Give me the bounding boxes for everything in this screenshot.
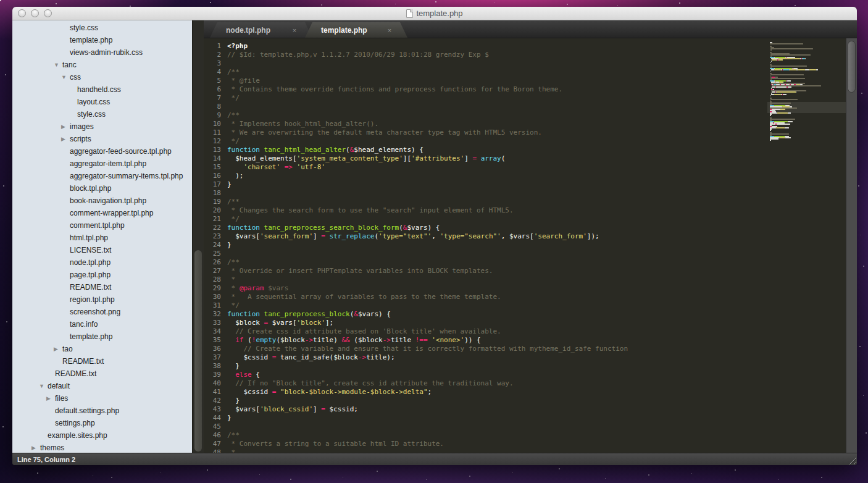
sidebar-file-readme-txt[interactable]: README.txt <box>12 355 192 368</box>
code-line-text: $head_elements['system_meta_content_type… <box>221 154 505 162</box>
code-line-text: * <box>221 275 235 284</box>
sidebar-file-readme-txt[interactable]: README.txt <box>12 281 192 293</box>
editor-scrollbar-track[interactable] <box>846 38 857 453</box>
sidebar-folder-scripts[interactable]: ▶scripts <box>12 133 192 145</box>
sidebar-file-license-txt[interactable]: LICENSE.txt <box>12 244 192 256</box>
disclosure-triangle-collapsed-icon[interactable]: ▶ <box>61 136 70 142</box>
sidebar-file-handheld-css[interactable]: handheld.css <box>12 83 192 96</box>
code-line-text: * <box>221 448 235 453</box>
sidebar-file-node-tpl-php[interactable]: node.tpl.php <box>12 256 192 269</box>
code-line-18: 18 <box>204 189 846 198</box>
tree-item-label: layout.css <box>77 98 110 106</box>
tree-item-label: tao <box>62 345 73 353</box>
sidebar-file-tanc-info[interactable]: tanc.info <box>12 318 192 330</box>
sidebar-file-layout-css[interactable]: layout.css <box>12 96 192 108</box>
sidebar-file-views-admin-rubik-css[interactable]: views-admin-rubik.css <box>12 46 192 59</box>
sidebar-file-default-settings-php[interactable]: default.settings.php <box>12 405 192 417</box>
sidebar-file-style-css[interactable]: style.css <box>12 108 192 120</box>
tree-item-label: README.txt <box>70 283 111 292</box>
tab-node-tpl-php[interactable]: node.tpl.php× <box>210 22 312 38</box>
sidebar-file-settings-php[interactable]: settings.php <box>12 417 192 429</box>
window-titlebar[interactable]: template.php <box>12 7 857 20</box>
sidebar-file-book-navigation-tpl-php[interactable]: book-navigation.tpl.php <box>12 195 192 207</box>
sidebar-folder-tao[interactable]: ▶tao <box>12 343 192 355</box>
sidebar-file-style-css[interactable]: style.css <box>12 22 192 34</box>
code-line-42: 42 } <box>204 397 846 405</box>
sidebar-folder-images[interactable]: ▶images <box>12 120 192 133</box>
tab-close-icon[interactable]: × <box>288 27 301 34</box>
sidebar-file-screenshot-png[interactable]: screenshot.png <box>12 306 192 318</box>
file-tree-sidebar: style.csstemplate.phpviews-admin-rubik.c… <box>12 20 192 453</box>
code-line-32: 32function tanc_preprocess_block(&$vars)… <box>204 310 846 319</box>
cursor-position-label: Line 75, Column 2 <box>17 456 75 463</box>
disclosure-triangle-collapsed-icon[interactable]: ▶ <box>61 124 70 130</box>
code-line-6: 6 * Contains theme override functions an… <box>204 85 846 94</box>
tab-close-icon[interactable]: × <box>383 27 396 34</box>
tree-item-label: handheld.css <box>77 85 121 94</box>
disclosure-triangle-collapsed-icon[interactable]: ▶ <box>54 346 62 352</box>
desktop-background: template.php style.csstemplate.phpviews-… <box>0 0 868 483</box>
disclosure-triangle-collapsed-icon[interactable]: ▶ <box>46 395 55 401</box>
disclosure-triangle-expanded-icon[interactable]: ▼ <box>39 383 48 389</box>
line-number: 13 <box>204 146 221 154</box>
line-number: 48 <box>204 448 221 453</box>
status-bar: Line 75, Column 2 <box>12 453 857 465</box>
code-line-14: 14 $head_elements['system_meta_content_t… <box>204 154 846 163</box>
sidebar-folder-themes[interactable]: ▶themes <box>12 442 192 453</box>
sidebar-file-example-sites-php[interactable]: example.sites.php <box>12 429 192 442</box>
sidebar-folder-default[interactable]: ▼default <box>12 380 192 392</box>
sidebar-file-template-php[interactable]: template.php <box>12 330 192 343</box>
code-line-8: 8 <box>204 103 846 111</box>
line-number: 40 <box>204 379 221 388</box>
sidebar-file-block-tpl-php[interactable]: block.tpl.php <box>12 182 192 195</box>
code-line-text: $block = $vars['block']; <box>221 319 333 327</box>
tab-template-php[interactable]: template.php× <box>305 22 407 38</box>
sidebar-file-comment-wrapper-tpl-php[interactable]: comment-wrapper.tpl.php <box>12 207 192 219</box>
sidebar-file-template-php[interactable]: template.php <box>12 34 192 46</box>
sidebar-folder-tanc[interactable]: ▼tanc <box>12 59 192 71</box>
code-line-1: 1<?php <box>204 42 846 51</box>
tree-item-label: aggregator-item.tpl.php <box>70 159 146 168</box>
sidebar-file-html-tpl-php[interactable]: html.tpl.php <box>12 232 192 244</box>
code-content: 1<?php2// $Id: template.php,v 1.1.2.7 20… <box>204 38 846 453</box>
minimap[interactable] <box>767 39 846 175</box>
disclosure-triangle-collapsed-icon[interactable]: ▶ <box>31 445 40 451</box>
sidebar-file-aggregator-item-tpl-php[interactable]: aggregator-item.tpl.php <box>12 158 192 170</box>
sidebar-scrollbar-thumb[interactable] <box>194 250 202 452</box>
sidebar-file-aggregator-summary-items-tpl-php[interactable]: aggregator-summary-items.tpl.php <box>12 170 192 182</box>
code-line-text: // Create the variable and ensure that i… <box>221 345 628 353</box>
sidebar-folder-css[interactable]: ▼css <box>12 71 192 83</box>
code-line-text: */ <box>221 137 240 145</box>
tree-item-label: images <box>70 122 94 131</box>
code-line-text: /** <box>221 431 240 439</box>
tree-item-label: style.css <box>70 23 98 32</box>
resize-grip[interactable] <box>847 455 856 464</box>
tab-bar: node.tpl.php×template.php× <box>204 20 857 38</box>
sidebar-file-aggregator-feed-source-tpl-php[interactable]: aggregator-feed-source.tpl.php <box>12 145 192 158</box>
code-line-37: 37 $cssid = tanc_id_safe($block->title); <box>204 353 846 362</box>
code-line-20: 20 * Changes the search form to use the … <box>204 206 846 215</box>
sidebar-file-readme-txt[interactable]: README.txt <box>12 368 192 380</box>
code-line-27: 27 * Override or insert PHPTemplate vari… <box>204 267 846 275</box>
code-line-48: 48 * <box>204 448 846 453</box>
code-line-text: function tanc_preprocess_block(&$vars) { <box>221 310 391 318</box>
sidebar-file-region-tpl-php[interactable]: region.tpl.php <box>12 293 192 306</box>
tree-item-label: views-admin-rubik.css <box>70 48 143 57</box>
tree-item-label: themes <box>40 443 64 452</box>
disclosure-triangle-expanded-icon[interactable]: ▼ <box>54 62 62 68</box>
line-number: 3 <box>204 59 221 68</box>
sidebar-file-page-tpl-php[interactable]: page.tpl.php <box>12 269 192 281</box>
document-icon <box>406 9 413 18</box>
sidebar-file-comment-tpl-php[interactable]: comment.tpl.php <box>12 219 192 232</box>
code-line-text: } <box>221 397 240 405</box>
tree-item-label: tanc.info <box>70 320 98 329</box>
line-number: 35 <box>204 336 221 345</box>
code-editor[interactable]: 1<?php2// $Id: template.php,v 1.1.2.7 20… <box>204 38 846 453</box>
line-number: 19 <box>204 198 221 206</box>
disclosure-triangle-expanded-icon[interactable]: ▼ <box>61 74 70 80</box>
line-number: 32 <box>204 310 221 319</box>
sidebar-scrollbar-track[interactable] <box>192 20 204 453</box>
editor-scrollbar-thumb[interactable] <box>848 41 856 93</box>
sidebar-folder-files[interactable]: ▶files <box>12 392 192 405</box>
line-number: 7 <box>204 94 221 103</box>
